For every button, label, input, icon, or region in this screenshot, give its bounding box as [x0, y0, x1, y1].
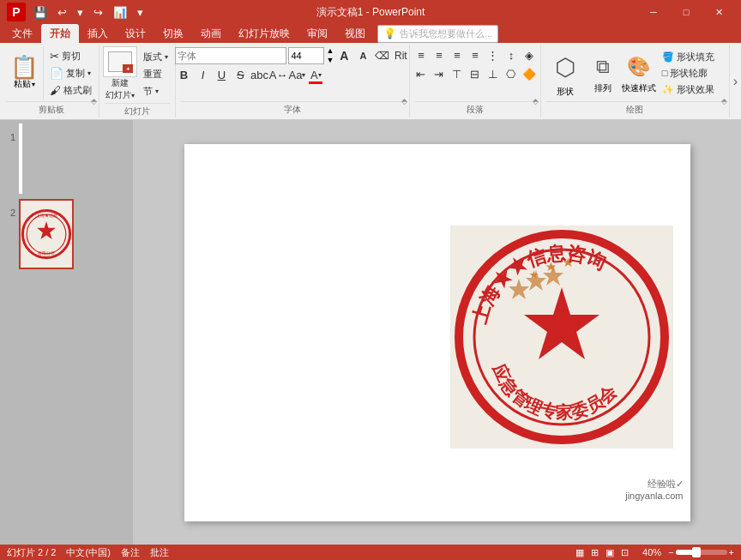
paste-icon: 📋	[10, 56, 38, 78]
shadow-button[interactable]: abc	[250, 67, 268, 84]
maximize-button[interactable]: □	[671, 0, 702, 24]
font-decrease-big-button[interactable]: A	[354, 47, 371, 64]
tab-design[interactable]: 设计	[117, 24, 154, 43]
svg-text:上海★信息: 上海★信息	[36, 213, 57, 218]
svg-marker-2	[37, 221, 56, 239]
text-direction-para-button[interactable]: ⎔	[503, 65, 520, 82]
slide-2-thumbnail[interactable]: 上海★信息 有限公司	[19, 199, 74, 269]
paste-button[interactable]: 📋 粘贴 ▾	[5, 46, 44, 99]
svg-text:有限公司: 有限公司	[38, 250, 55, 256]
new-slide-button[interactable]: + 新建 幻灯片▾	[103, 46, 137, 101]
comments-status[interactable]: 批注	[150, 546, 169, 559]
align-right-button[interactable]: ≡	[449, 46, 466, 63]
align-bottom-button[interactable]: ⊥	[485, 65, 502, 82]
shape-effect-button[interactable]: ✨ 形状效果	[660, 82, 717, 97]
watermark: 经验啦✓ jingyanla.com	[622, 476, 686, 503]
app-icon: P	[7, 3, 26, 21]
title-bar: P 💾 ↩ ▾ ↪ 📊 ▾ 演示文稿1 - PowerPoint ─ □ ✕	[0, 0, 741, 24]
slide-show-button[interactable]: ⊡	[621, 547, 629, 558]
columns-button[interactable]: ⋮	[485, 46, 502, 63]
font-family-input[interactable]	[175, 47, 286, 64]
quick-present-button[interactable]: 📊	[111, 4, 130, 21]
quick-undo-arrow[interactable]: ▾	[75, 4, 86, 21]
ribbon-more-icon: ›	[733, 74, 738, 89]
tab-home[interactable]: 开始	[41, 24, 79, 43]
change-case-button[interactable]: Aa▾	[288, 67, 305, 84]
bold-button[interactable]: B	[175, 67, 192, 84]
tab-view[interactable]: 视图	[336, 24, 374, 43]
slide-canvas[interactable]: 上海★★信息咨询 应急管理专家委员会 有限公司	[184, 144, 690, 521]
cut-button[interactable]: ✂ 剪切	[47, 49, 94, 63]
ribbon-tabs: 文件 开始 插入 设计 切换 动画 幻灯片放映 审阅 视图 💡 告诉我您想要做什…	[0, 24, 741, 43]
quick-redo-button[interactable]: ↪	[91, 4, 105, 21]
tab-animation[interactable]: 动画	[192, 24, 230, 43]
clear-format-button[interactable]: ⌫	[373, 47, 390, 64]
reading-view-button[interactable]: ▣	[605, 547, 614, 558]
paragraph-expand[interactable]: ⬘	[533, 97, 539, 105]
slide-1-wrapper: 1	[3, 123, 130, 194]
arrange-button[interactable]: ⧉ 排列	[587, 51, 618, 94]
section-button[interactable]: 节▾	[141, 84, 171, 99]
slide-sorter-button[interactable]: ⊞	[591, 547, 599, 558]
italic-button[interactable]: I	[194, 67, 211, 84]
quick-styles-button[interactable]: 🎨 快速样式	[622, 51, 656, 94]
align-top-button[interactable]: ⊤	[449, 65, 466, 82]
zoom-slider[interactable]	[676, 550, 727, 555]
tab-review[interactable]: 审阅	[298, 24, 336, 43]
slide-panel: 1 2 上海★信息 有限公司	[0, 120, 133, 545]
format-painter-button[interactable]: 🖌 格式刷	[47, 83, 94, 98]
normal-view-button[interactable]: ▦	[575, 547, 584, 558]
quick-undo-button[interactable]: ↩	[55, 4, 69, 21]
shapes-button[interactable]: ⬡ 形状	[546, 48, 584, 98]
new-slide-icon: +	[103, 46, 137, 77]
layout-button[interactable]: 版式▾	[141, 50, 171, 64]
indent-increase-button[interactable]: ⇥	[431, 65, 448, 82]
canvas-area[interactable]: 上海★★信息咨询 应急管理专家委员会 有限公司	[133, 120, 741, 545]
close-button[interactable]: ✕	[703, 0, 734, 24]
minimize-button[interactable]: ─	[638, 0, 669, 24]
title-bar-left: P 💾 ↩ ▾ ↪ 📊 ▾	[7, 3, 146, 21]
slide-1-number: 1	[3, 132, 15, 142]
shape-outline-button[interactable]: □ 形状轮廓	[660, 66, 717, 81]
arrange-icon: ⧉	[587, 51, 618, 82]
drawing-expand[interactable]: ⬘	[721, 97, 727, 105]
text-direction-button[interactable]: Rit	[392, 47, 409, 64]
font-size-input[interactable]	[288, 47, 324, 64]
slide-1-thumbnail[interactable]	[19, 123, 22, 194]
justify-button[interactable]: ≡	[467, 46, 484, 63]
font-size-decrease-button[interactable]: ▼	[326, 56, 334, 65]
align-middle-button[interactable]: ⊟	[467, 65, 484, 82]
window-title: 演示文稿1 - PowerPoint	[316, 5, 425, 20]
smart-art-button[interactable]: ◈	[521, 46, 538, 63]
underline-button[interactable]: U	[213, 67, 230, 84]
ribbon-body: 📋 粘贴 ▾ ✂ 剪切 📄 复制 ▾	[0, 43, 741, 120]
ribbon-more-button[interactable]: ›	[730, 45, 741, 117]
tell-me-search[interactable]: 💡 告诉我您想要做什么...	[377, 25, 498, 43]
line-spacing-button[interactable]: ↕	[503, 46, 520, 63]
shape-fill-button[interactable]: 🪣 形状填充	[660, 50, 717, 64]
align-center-button[interactable]: ≡	[431, 46, 448, 63]
indent-decrease-button[interactable]: ⇤	[413, 65, 430, 82]
lightbulb-icon: 💡	[383, 27, 396, 39]
font-color-button[interactable]: A ▾	[307, 67, 324, 84]
quick-customize-button[interactable]: ▾	[135, 4, 146, 21]
strikethrough-button[interactable]: S	[232, 67, 249, 84]
stamp-image[interactable]: 上海★★信息咨询 应急管理专家委员会 有限公司	[450, 226, 665, 440]
copy-button[interactable]: 📄 复制 ▾	[47, 66, 94, 81]
tab-transition[interactable]: 切换	[154, 24, 192, 43]
tab-insert[interactable]: 插入	[79, 24, 117, 43]
font-increase-big-button[interactable]: A	[335, 47, 352, 64]
convert-to-smartart-button[interactable]: 🔶	[521, 65, 538, 82]
tab-slideshow[interactable]: 幻灯片放映	[230, 24, 298, 43]
reset-button[interactable]: 重置	[141, 67, 171, 81]
tab-file[interactable]: 文件	[3, 24, 41, 43]
zoom-decrease-button[interactable]: −	[668, 547, 673, 557]
clipboard-expand[interactable]: ⬘	[91, 97, 97, 105]
char-spacing-button[interactable]: A↔	[269, 67, 286, 84]
font-expand[interactable]: ⬘	[401, 97, 407, 105]
zoom-increase-button[interactable]: +	[729, 547, 734, 557]
align-left-button[interactable]: ≡	[413, 46, 430, 63]
notes-status[interactable]: 备注	[121, 546, 140, 559]
quick-save-button[interactable]: 💾	[31, 4, 50, 21]
font-size-increase-button[interactable]: ▲	[326, 46, 334, 56]
